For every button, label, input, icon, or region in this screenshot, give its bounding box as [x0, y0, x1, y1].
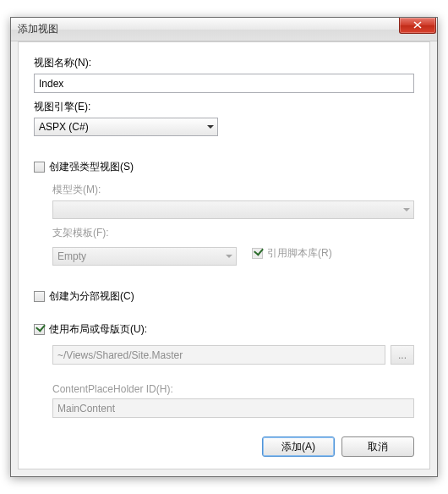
close-button[interactable]	[399, 18, 436, 34]
dialog-title: 添加视图	[18, 22, 58, 36]
use-layout-checkbox[interactable]	[34, 324, 45, 335]
view-engine-value: ASPX (C#)	[39, 121, 89, 133]
view-engine-combo[interactable]: ASPX (C#)	[34, 118, 218, 136]
ref-scripts-label: 引用脚本库(R)	[267, 246, 332, 261]
scaffold-label: 支架模板(F):	[52, 226, 237, 240]
chevron-down-icon	[222, 248, 236, 265]
titlebar: 添加视图	[11, 18, 437, 41]
layout-path-input	[52, 345, 385, 365]
add-view-dialog: 添加视图 视图名称(N): 视图引擎(E): ASPX (C#) 创建强类型视图…	[10, 17, 438, 477]
view-name-label: 视图名称(N):	[34, 56, 414, 70]
partial-view-checkbox[interactable]	[34, 291, 45, 302]
browse-label: ...	[398, 349, 407, 361]
model-class-combo	[52, 200, 414, 219]
cancel-button[interactable]: 取消	[341, 436, 414, 457]
view-engine-label: 视图引擎(E):	[34, 100, 414, 114]
browse-button[interactable]: ...	[391, 345, 414, 365]
cph-label: ContentPlaceHolder ID(H):	[52, 383, 414, 395]
ref-scripts-checkbox	[252, 248, 263, 259]
close-icon	[413, 21, 422, 29]
chevron-down-icon	[400, 201, 413, 218]
use-layout-label: 使用布局或母版页(U):	[49, 322, 147, 337]
chevron-down-icon	[204, 118, 217, 135]
cph-input	[52, 398, 414, 418]
scaffold-combo: Empty	[52, 247, 237, 266]
strong-type-label: 创建强类型视图(S)	[49, 160, 134, 174]
add-button[interactable]: 添加(A)	[262, 436, 335, 457]
strong-type-checkbox[interactable]	[34, 162, 45, 173]
scaffold-value: Empty	[57, 250, 86, 262]
dialog-body: 视图名称(N): 视图引擎(E): ASPX (C#) 创建强类型视图(S) 模…	[18, 41, 430, 469]
partial-view-label: 创建为分部视图(C)	[49, 289, 134, 304]
model-class-label: 模型类(M):	[52, 183, 414, 197]
view-name-input[interactable]	[34, 74, 414, 93]
